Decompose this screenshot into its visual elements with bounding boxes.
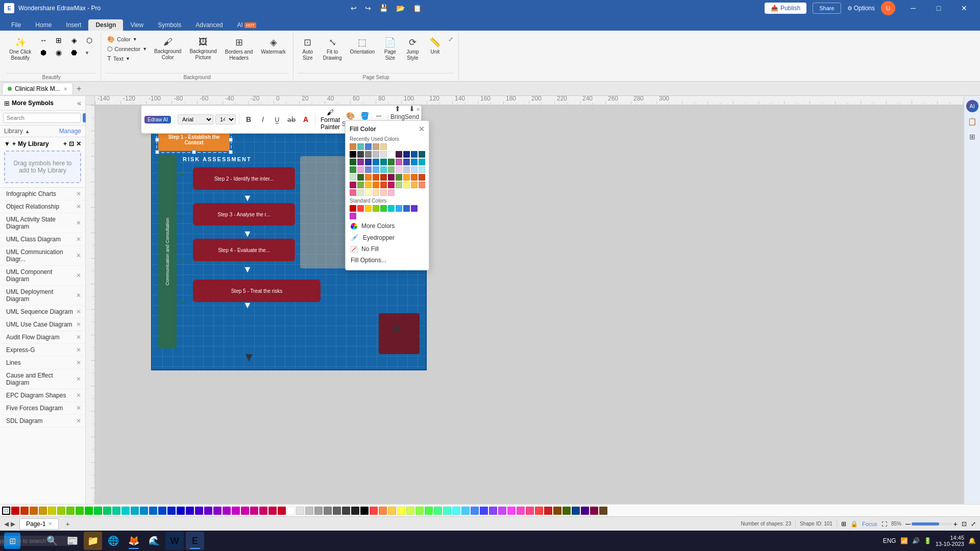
palette-color-13[interactable] (131, 507, 139, 515)
grid-color-2[interactable] (373, 189, 379, 196)
sidebar-item-sdl[interactable]: SDL Diagram ✕ (0, 415, 85, 428)
bg-color-btn[interactable]: 🖌 BackgroundColor (151, 35, 184, 63)
grid-color-3[interactable] (380, 182, 387, 188)
palette-color-29[interactable] (278, 507, 286, 515)
page-setup-expand-btn[interactable]: ⤢ (447, 35, 454, 44)
grid-color-2[interactable] (411, 182, 418, 188)
palette-color-19[interactable] (186, 507, 194, 515)
palette-color-17[interactable] (167, 507, 176, 515)
palette-color-45[interactable] (425, 507, 433, 515)
sidebar-item-uml-class[interactable]: UML Class Diagram ✕ (0, 233, 85, 246)
grid-color-1[interactable] (403, 159, 410, 165)
sidebar-item-infographic[interactable]: Infographic Charts ✕ (0, 188, 85, 201)
grid-color-1[interactable] (403, 174, 410, 181)
unit-btn[interactable]: 📏 Unit (425, 35, 445, 57)
tab-design[interactable]: Design (88, 19, 123, 31)
underline-btn[interactable]: U̲ (271, 113, 283, 126)
layer-btn[interactable]: ⊞ (841, 520, 846, 528)
publish-btn[interactable]: 📤Publish (765, 3, 806, 14)
add-tab-btn[interactable]: + (73, 83, 85, 95)
remove-epc-btn[interactable]: ✕ (76, 392, 81, 399)
palette-color-26[interactable] (250, 507, 258, 515)
bg-picture-btn[interactable]: 🖼 BackgroundPicture (186, 35, 219, 63)
palette-color-15[interactable] (149, 507, 157, 515)
remove-express-btn[interactable]: ✕ (76, 346, 81, 354)
options-btn[interactable]: ⚙ Options (847, 5, 875, 12)
remove-sdl-btn[interactable]: ✕ (76, 417, 81, 424)
palette-color-41[interactable] (388, 507, 396, 515)
palette-color-64[interactable] (599, 507, 607, 515)
palette-color-27[interactable] (259, 507, 267, 515)
palette-color-55[interactable] (517, 507, 525, 515)
palette-color-2[interactable] (30, 507, 38, 515)
palette-color-20[interactable] (195, 507, 203, 515)
align-btn5[interactable]: ⬢ (36, 47, 51, 58)
palette-color-5[interactable] (57, 507, 65, 515)
palette-color-33[interactable] (314, 507, 323, 515)
palette-color-16[interactable] (158, 507, 166, 515)
palette-color-37[interactable] (351, 507, 359, 515)
palette-color-7[interactable] (76, 507, 84, 515)
grid-color-4[interactable] (350, 174, 356, 181)
grid-color-4[interactable] (350, 189, 356, 196)
grid-color-3[interactable] (419, 166, 425, 173)
std-color-8[interactable] (411, 205, 418, 212)
grid-color-0[interactable] (396, 166, 402, 173)
taskbar-search-btn[interactable] (22, 532, 41, 550)
share-btn[interactable]: Share (813, 3, 841, 14)
tab-ai[interactable]: AI HOT (230, 19, 263, 31)
palette-color-51[interactable] (480, 507, 488, 515)
my-library-close-btn[interactable]: ✕ (76, 140, 81, 147)
zoom-slider[interactable] (912, 522, 952, 525)
remove-cause-btn[interactable]: ✕ (76, 375, 81, 383)
taskbar-app-edraw[interactable]: E (186, 532, 204, 550)
palette-color-46[interactable] (434, 507, 442, 515)
font-size-select[interactable]: 14 (215, 114, 236, 124)
palette-color-1[interactable] (20, 507, 29, 515)
grid-color-0[interactable] (396, 174, 402, 181)
connector-dropdown-btn[interactable]: ⬡ Connector ▼ (105, 44, 149, 54)
grid-color-1[interactable] (365, 166, 372, 173)
undo-btn[interactable]: ↩ (351, 4, 357, 12)
fit-page-btn[interactable]: ⊡ (962, 520, 967, 528)
taskbar-app-view[interactable]: 🔍 (43, 532, 61, 550)
fill-options-btn[interactable]: Fill Options... (350, 255, 425, 266)
remove-uml-sequence-btn[interactable]: ✕ (76, 308, 81, 315)
std-color-6[interactable] (396, 205, 402, 212)
library-expand-icon[interactable]: ▲ (25, 129, 30, 134)
strikethrough-btn[interactable]: a̶b̶ (285, 113, 298, 126)
palette-color-59[interactable] (553, 507, 561, 515)
palette-color-28[interactable] (268, 507, 277, 515)
redo-btn[interactable]: ↪ (365, 4, 371, 12)
grid-color-3[interactable] (380, 159, 387, 165)
std-color-3[interactable] (373, 205, 379, 212)
sidebar-item-epc[interactable]: EPC Diagram Shapes ✕ (0, 389, 85, 402)
close-btn[interactable]: ✕ (952, 0, 976, 16)
palette-color-56[interactable] (526, 507, 534, 515)
grid-color-3[interactable] (419, 151, 425, 158)
sidebar-item-object-rel[interactable]: Object Relationship ✕ (0, 201, 85, 213)
palette-color-9[interactable] (94, 507, 102, 515)
no-fill-btn[interactable]: No Fill (350, 243, 425, 255)
align-btn2[interactable]: ⊞ (52, 35, 66, 46)
page-tab-1[interactable]: Page-1 ✕ (19, 518, 59, 530)
maximize-btn[interactable]: □ (927, 0, 950, 16)
grid-color-0[interactable] (396, 182, 402, 188)
palette-color-38[interactable] (360, 507, 369, 515)
palette-color-24[interactable] (232, 507, 240, 515)
remove-uml-component-btn[interactable]: ✕ (76, 272, 81, 279)
grid-color-0[interactable] (357, 166, 364, 173)
close-tab-btn[interactable]: ✕ (63, 86, 67, 92)
user-avatar[interactable]: U (881, 1, 895, 15)
std-color-4[interactable] (380, 205, 387, 212)
fit-to-drawing-btn[interactable]: ⤡ Fit toDrawing (320, 35, 345, 63)
palette-color-54[interactable] (507, 507, 516, 515)
palette-color-43[interactable] (406, 507, 414, 515)
text-color-btn[interactable]: A (300, 113, 312, 126)
palette-color-22[interactable] (213, 507, 222, 515)
next-page-btn[interactable]: ▶ (11, 520, 15, 528)
palette-color-42[interactable] (397, 507, 405, 515)
bold-btn[interactable]: B (242, 113, 255, 126)
grid-color-1[interactable] (365, 174, 372, 181)
grid-color-2[interactable] (411, 151, 418, 158)
